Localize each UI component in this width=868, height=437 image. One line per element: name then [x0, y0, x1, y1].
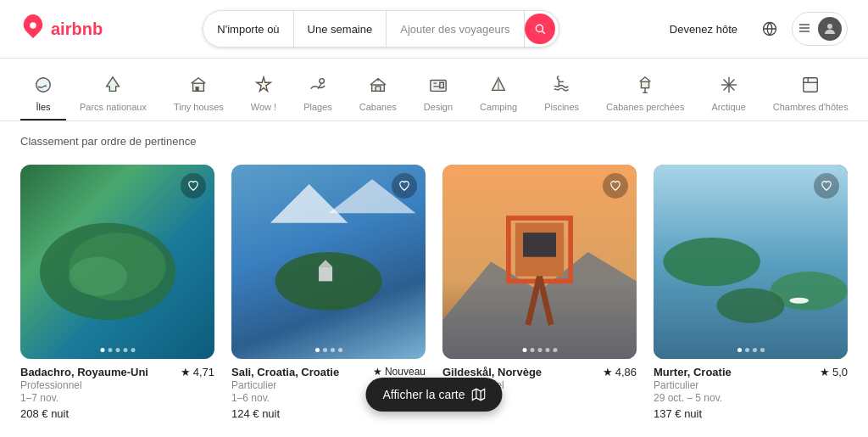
wishlist-button-2[interactable]: [392, 173, 417, 199]
svg-marker-53: [472, 389, 485, 400]
category-cabanes[interactable]: Cabanes: [346, 69, 410, 120]
category-wow[interactable]: Wow !: [237, 69, 290, 120]
search-location[interactable]: N'importe où: [203, 11, 293, 47]
show-map-button[interactable]: Afficher la carte: [365, 378, 502, 412]
listing-rating-1: ★ 4,71: [181, 366, 214, 378]
category-design[interactable]: Design: [410, 69, 466, 120]
wow-label: Wow !: [251, 102, 276, 112]
listing-info-4: Murter, Croatie ★ 5,0 Particulier 29 oct…: [654, 359, 848, 423]
image-dots-1: [100, 348, 135, 352]
listing-location-3: Gildeskål, Norvège: [442, 366, 542, 378]
listing-image-2: [231, 165, 426, 359]
listing-rating-4: ★ 5,0: [820, 366, 848, 378]
image-dots-2: [315, 348, 342, 352]
svg-point-9: [320, 79, 325, 84]
svg-rect-17: [642, 81, 649, 87]
svg-point-52: [789, 298, 809, 304]
user-menu[interactable]: [792, 12, 848, 46]
listing-type-1: Professionnel: [20, 379, 214, 391]
search-button[interactable]: [525, 14, 555, 44]
cabanes-perchees-label: Cabanes perchées: [606, 102, 684, 112]
svg-rect-11: [371, 85, 384, 91]
search-duration[interactable]: Une semaine: [294, 11, 387, 47]
cabanes-label: Cabanes: [359, 102, 397, 112]
listing-dates-4: 29 oct. – 5 nov.: [654, 392, 848, 404]
listing-image-3: [442, 165, 637, 359]
category-plages[interactable]: Plages: [290, 69, 346, 120]
svg-point-0: [536, 25, 542, 31]
sort-label: Classement par ordre de pertinence: [0, 121, 868, 154]
logo[interactable]: airbnb: [20, 14, 103, 45]
category-bar: Îles Parcs nationaux Tiny houses Wow !: [0, 59, 868, 121]
camping-label: Camping: [480, 102, 517, 112]
svg-line-1: [542, 31, 544, 34]
svg-point-35: [69, 257, 127, 296]
listing-rating-3: ★ 4,86: [603, 366, 637, 378]
star-nouveau-icon: ★: [373, 366, 382, 378]
iles-label: Îles: [36, 102, 50, 112]
become-host-link[interactable]: Devenez hôte: [659, 16, 748, 42]
listing-card-1[interactable]: Badachro, Royaume-Uni ★ 4,71 Professionn…: [20, 165, 214, 423]
plages-label: Plages: [303, 102, 332, 112]
category-camping[interactable]: Camping: [466, 69, 531, 120]
image-dots-4: [737, 348, 765, 352]
language-button[interactable]: [754, 14, 785, 44]
category-cabanes-perchees[interactable]: Cabanes perchées: [593, 69, 698, 120]
arctique-label: Arctique: [711, 102, 745, 112]
parcs-label: Parcs nationaux: [80, 102, 147, 112]
listing-type-4: Particulier: [654, 379, 848, 391]
listing-location-1: Badachro, Royaume-Uni: [20, 366, 148, 378]
chambres-icon: [801, 76, 820, 98]
star-icon-3: ★: [603, 366, 613, 378]
category-piscines[interactable]: Piscines: [531, 69, 593, 120]
wishlist-button-4[interactable]: [814, 173, 839, 199]
listing-card-4[interactable]: Murter, Croatie ★ 5,0 Particulier 29 oct…: [654, 165, 848, 423]
piscines-label: Piscines: [544, 102, 579, 112]
badge-nouveau-2: ★ Nouveau: [373, 366, 426, 378]
design-label: Design: [424, 102, 453, 112]
plages-icon: [309, 76, 327, 98]
search-guests[interactable]: Ajouter des voyageurs: [387, 11, 524, 47]
piscines-icon: [553, 76, 571, 98]
map-button-label: Afficher la carte: [382, 388, 465, 401]
chambres-label: Chambres d'hôtes: [773, 102, 849, 112]
wishlist-button-3[interactable]: [603, 173, 628, 199]
cabanes-icon: [369, 76, 387, 98]
svg-rect-24: [804, 78, 818, 92]
listing-price-1: 208 € nuit: [20, 407, 214, 420]
design-icon: [429, 76, 448, 98]
category-chambres-dhotes[interactable]: Chambres d'hôtes: [760, 69, 862, 120]
hamburger-icon: [798, 21, 811, 37]
camping-icon: [489, 76, 508, 98]
category-tiny-houses[interactable]: Tiny houses: [160, 69, 237, 120]
category-arctique[interactable]: Arctique: [698, 69, 759, 120]
wow-icon: [254, 76, 273, 98]
svg-rect-13: [440, 82, 444, 87]
listing-dates-1: 1–7 nov.: [20, 392, 214, 404]
svg-point-51: [716, 288, 784, 322]
category-parcs-nationaux[interactable]: Parcs nationaux: [66, 69, 160, 120]
listing-price-4: 137 € nuit: [654, 407, 848, 420]
airbnb-logo-icon: [20, 14, 46, 45]
search-bar: N'importe où Une semaine Ajouter des voy…: [203, 10, 559, 48]
cabanes-perchees-icon: [636, 76, 654, 98]
svg-marker-37: [270, 184, 348, 223]
listing-info-1: Badachro, Royaume-Uni ★ 4,71 Professionn…: [20, 359, 214, 423]
category-iles[interactable]: Îles: [20, 69, 66, 120]
svg-point-49: [663, 238, 760, 286]
header-right: Devenez hôte: [659, 12, 848, 46]
tiny-houses-icon: [189, 76, 208, 98]
listing-location-4: Murter, Croatie: [654, 366, 732, 378]
svg-rect-8: [197, 87, 199, 92]
wishlist-button-1[interactable]: [181, 173, 206, 199]
listing-image-4: [654, 165, 848, 359]
listing-image-1: [20, 165, 214, 359]
image-dots-3: [522, 348, 557, 352]
avatar: [818, 17, 842, 41]
listing-location-2: Sali, Croatia, Croatie: [231, 366, 339, 378]
arctique-icon: [720, 76, 738, 98]
svg-rect-47: [523, 233, 556, 257]
logo-text: airbnb: [51, 20, 103, 39]
map-button-wrap: Afficher la carte: [365, 378, 502, 412]
parcs-icon: [103, 76, 122, 98]
